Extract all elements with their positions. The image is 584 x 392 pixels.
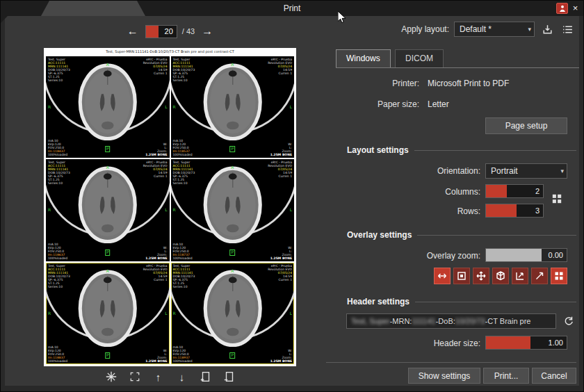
fit-preview-button[interactable] — [127, 369, 143, 384]
header-settings-section: Header settings — [347, 297, 576, 307]
orientation-marker-posterior: P — [229, 146, 235, 152]
overlay-crosshair-button[interactable] — [473, 268, 489, 284]
overlay-grid-button[interactable] — [551, 268, 567, 284]
fit-screen-icon — [129, 370, 141, 383]
apply-layout-value: Default * — [460, 24, 492, 34]
header-size-slider[interactable]: 1.00 — [485, 336, 567, 350]
tab-bar: Windows DICOM — [336, 49, 579, 68]
overlay-patient-info: Test, SuperACC:11111MRN:111141DOB:10/20/… — [48, 58, 70, 82]
settings-panel: Apply layout: Default * ▾ Windows DICOM — [326, 16, 579, 387]
preview-cell[interactable]: Test, SuperACC:11111MRN:111141DOB:10/20/… — [171, 56, 295, 158]
overlay-ruler-button[interactable] — [512, 268, 528, 284]
layout-list-button[interactable] — [560, 22, 575, 37]
preview-cell[interactable]: Test, SuperACC:11111MRN:111141DOB:10/20/… — [171, 263, 295, 364]
orientation-marker-right: R — [173, 311, 176, 316]
apply-layout-row: Apply layout: Default * ▾ — [401, 22, 575, 37]
overlay-window-info: W:L:Zoom:1.25M BONE — [145, 142, 167, 156]
dialog-title: Print — [1, 1, 583, 16]
orientation-marker-posterior: P — [105, 250, 111, 256]
next-page-button[interactable]: → — [200, 26, 215, 37]
paper-size-label: Paper size: — [326, 99, 419, 109]
print-button[interactable]: Print... — [483, 368, 529, 384]
overlay-window-info: W:L:Zoom:1.25M BONE — [145, 246, 167, 260]
horizontal-arrows-icon — [437, 270, 448, 281]
tab-dicom[interactable]: DICOM — [395, 49, 444, 67]
columns-input[interactable]: 2 — [485, 184, 544, 198]
tiles-icon — [553, 270, 565, 281]
auto-window-button[interactable] — [103, 369, 120, 384]
header-size-value: 1.00 — [549, 336, 563, 349]
page-number-input[interactable] — [145, 25, 177, 38]
refresh-header-button[interactable] — [560, 313, 576, 329]
apply-layout-select[interactable]: Default * ▾ — [454, 22, 535, 37]
preview-cell[interactable]: Test, SuperACC:11111MRN:111141DOB:10/20/… — [46, 263, 170, 364]
corner-ruler-icon — [514, 270, 526, 281]
columns-value: 2 — [535, 185, 540, 197]
move-image-up-button[interactable]: ↑ — [150, 369, 167, 384]
preview-header-text: Test, Super-MRN:111141-DoB:10/20/73-CT B… — [44, 49, 296, 54]
overlay-study-info: eP/C - PruebaRevolution EVO07/05/2414:59… — [143, 264, 168, 281]
add-page-icon — [200, 370, 212, 383]
grid-layout-button[interactable] — [548, 190, 566, 208]
close-button[interactable]: × — [569, 2, 581, 14]
section-rule — [414, 150, 576, 151]
overlay-window-info: W:L:Zoom:1.25M BONE — [270, 349, 292, 363]
overlay-study-info: eP/C - PruebaRevolution EVO07/05/2414:59… — [143, 58, 168, 75]
overlay-settings-heading: Overlay settings — [347, 230, 412, 240]
printer-label: Printer: — [326, 79, 419, 88]
preview-grid: Test, SuperACC:11111MRN:111141DOB:10/20/… — [46, 56, 294, 364]
overlay-frame-button[interactable] — [453, 268, 470, 284]
titlebar: Print × — [1, 1, 583, 16]
orientation-select[interactable]: Portrait ▾ — [485, 163, 567, 179]
orientation-marker-right: R — [48, 105, 51, 109]
insert-page-button[interactable] — [197, 369, 214, 384]
save-layout-button[interactable] — [540, 22, 555, 37]
overlay-toggle-toolbar — [434, 268, 567, 284]
orientation-value: Portrait — [491, 166, 518, 176]
page-total-label: / 43 — [182, 27, 195, 35]
page-navigator: ← / 43 → — [44, 23, 296, 40]
overlay-zoom-slider[interactable]: 0.00 — [485, 248, 567, 262]
list-icon — [562, 24, 574, 35]
overlay-acquisition-info: mA:10kVp:120FOV:250.0Im:118437100%loaded — [48, 139, 67, 156]
columns-label: Columns: — [326, 187, 480, 197]
footer-divider — [326, 362, 576, 363]
cancel-button[interactable]: Cancel — [532, 368, 576, 384]
tab-windows[interactable]: Windows — [336, 49, 391, 67]
orientation-label: Orientation: — [326, 166, 480, 176]
overlay-acquisition-info: mA:10kVp:120FOV:250.0Im:118537100%loaded — [173, 139, 193, 156]
preview-cell[interactable]: Test, SuperACC:11111MRN:111141DOB:10/20/… — [46, 56, 170, 158]
orientation-marker-right: R — [48, 208, 51, 212]
print-dialog: Print × ← / 43 → Test, Super-MRN:111141-… — [0, 0, 584, 392]
preview-cell[interactable]: Test, SuperACC:11111MRN:111141DOB:10/20/… — [171, 159, 295, 261]
delete-page-button[interactable] — [221, 369, 238, 384]
rows-value: 3 — [535, 204, 540, 217]
preview-cell[interactable]: Test, SuperACC:11111MRN:111141DOB:10/20/… — [46, 159, 170, 261]
overlay-study-info: eP/C - PruebaRevolution EVO07/05/2414:59… — [268, 58, 292, 75]
section-rule — [415, 302, 576, 302]
overlay-cube-button[interactable] — [492, 268, 509, 284]
page-setup-button[interactable]: Page setup — [485, 117, 567, 134]
move-image-down-button[interactable]: ↓ — [174, 369, 190, 384]
user-icon-button[interactable] — [556, 3, 568, 14]
orientation-marker-anterior: A — [231, 63, 234, 67]
overlay-acquisition-info: mA:10kVp:120FOV:250.0Im:118737100%loaded — [173, 243, 193, 260]
diagonal-arrow-icon — [534, 270, 545, 281]
header-text-field[interactable]: Test, Super-MRN:111141-DoB:10/20/73-CT B… — [346, 313, 556, 329]
orientation-marker-anterior: A — [231, 269, 234, 273]
previous-page-button[interactable]: ← — [125, 26, 140, 37]
orientation-marker-anterior: A — [231, 165, 234, 170]
person-icon — [558, 4, 567, 13]
show-settings-button[interactable]: Show settings — [408, 368, 480, 384]
overlay-fit-button[interactable] — [434, 268, 451, 284]
cube-icon — [495, 270, 506, 281]
orientation-marker-left: L — [290, 105, 292, 109]
preview-toolbar: ↑ ↓ — [44, 369, 296, 384]
rows-input[interactable]: 3 — [485, 204, 544, 218]
header-settings-heading: Header settings — [347, 297, 409, 307]
overlay-annotation-button[interactable] — [531, 268, 548, 284]
corner-slant — [1, 16, 8, 23]
layout-settings-heading: Layout settings — [347, 145, 409, 155]
section-rule — [417, 235, 576, 236]
frame-icon — [456, 270, 467, 281]
